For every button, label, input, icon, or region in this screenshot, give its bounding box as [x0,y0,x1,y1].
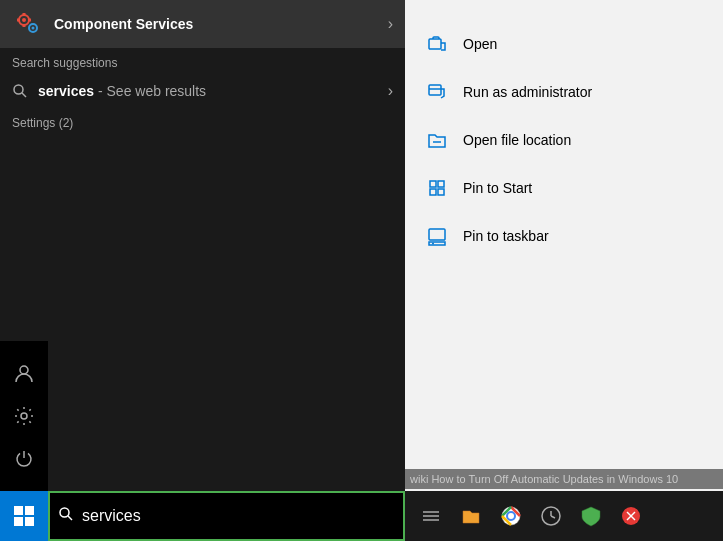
svg-rect-22 [430,181,436,187]
svg-rect-5 [23,25,26,27]
open-label: Open [463,36,497,52]
svg-rect-15 [25,506,34,515]
cs-label-normal: Component [54,16,136,32]
settings-icon-button[interactable] [4,396,44,436]
svg-rect-18 [429,39,441,49]
wiki-watermark: wiki How to Turn Off Automatic Updates i… [405,469,723,489]
services-text: services - See web results [38,83,388,99]
shield-icon [425,80,449,104]
run-admin-label: Run as administrator [463,84,592,100]
taskbar [405,491,723,541]
windows-start-button[interactable] [0,491,48,541]
folder-icon [425,128,449,152]
taskbar-shield-icon[interactable] [575,500,607,532]
search-bar-icon [58,506,74,526]
suggestions-header: Search suggestions [0,48,405,74]
context-menu-pin-taskbar[interactable]: Pin to taskbar [405,212,723,260]
pin-taskbar-icon [425,224,449,248]
services-search-item[interactable]: services - See web results › [0,74,405,108]
svg-rect-19 [429,85,441,95]
search-bar[interactable] [48,491,405,541]
svg-rect-6 [17,19,19,22]
svg-rect-4 [23,13,26,15]
svg-point-12 [60,508,69,517]
open-icon [425,32,449,56]
user-icon-button[interactable] [4,354,44,394]
svg-point-10 [20,366,28,374]
services-bold: services [38,83,94,99]
start-menu: Component Services › Search suggestions … [0,0,405,541]
svg-rect-25 [438,189,444,195]
svg-rect-27 [429,242,445,245]
taskbar-search-icon[interactable] [415,500,447,532]
component-services-item[interactable]: Component Services › [0,0,405,48]
component-services-icon [12,8,44,40]
svg-point-34 [508,513,514,519]
svg-rect-14 [14,506,23,515]
cs-arrow: › [388,15,393,33]
svg-point-1 [22,18,26,22]
open-file-location-label: Open file location [463,132,571,148]
context-menu-pin-start[interactable]: Pin to Start [405,164,723,212]
svg-line-13 [68,516,72,520]
taskbar-chrome-icon[interactable] [495,500,527,532]
svg-rect-26 [429,229,445,240]
search-results: Component Services › Search suggestions … [0,0,405,541]
pin-taskbar-label: Pin to taskbar [463,228,549,244]
svg-point-28 [432,243,434,245]
pin-start-icon [425,176,449,200]
context-menu-open-file-location[interactable]: Open file location [405,116,723,164]
services-gray: - See web results [94,83,206,99]
context-menu-open[interactable]: Open [405,20,723,68]
taskbar-folder-icon[interactable] [455,500,487,532]
svg-line-37 [551,516,555,518]
pin-start-label: Pin to Start [463,180,532,196]
svg-rect-23 [438,181,444,187]
svg-rect-7 [29,19,31,22]
svg-point-11 [21,413,27,419]
taskbar-close-icon[interactable] [615,500,647,532]
context-menu: Open Run as administrator Open file loca… [405,0,723,541]
power-icon-button[interactable] [4,439,44,479]
search-icon [12,83,28,99]
left-icons-panel [0,341,48,491]
svg-rect-24 [430,189,436,195]
svg-rect-16 [14,517,23,526]
taskbar-clock-icon[interactable] [535,500,567,532]
svg-rect-17 [25,517,34,526]
settings-header: Settings (2) [0,108,405,134]
cs-label-bold: Services [136,16,194,32]
svg-point-8 [14,85,23,94]
services-arrow: › [388,82,393,100]
component-services-text: Component Services [54,16,388,32]
context-menu-run-admin[interactable]: Run as administrator [405,68,723,116]
search-input[interactable] [82,507,395,525]
svg-line-9 [22,93,26,97]
svg-point-3 [32,27,35,30]
